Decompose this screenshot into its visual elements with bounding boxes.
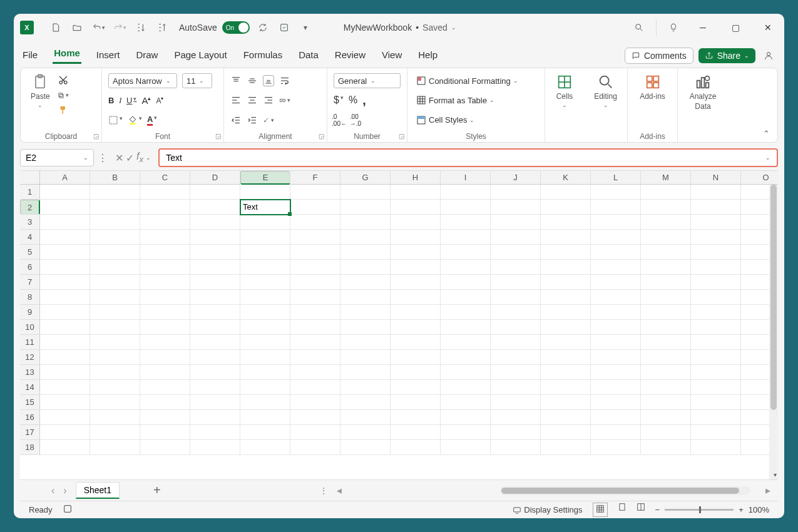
cell[interactable] [691,230,741,245]
cell[interactable] [441,290,491,305]
cell[interactable] [190,185,240,200]
refresh-icon[interactable] [255,19,271,36]
cell[interactable] [40,350,90,365]
cell[interactable] [190,335,240,350]
cell[interactable] [190,305,240,320]
cell[interactable] [441,200,491,215]
normal-view-icon[interactable] [593,503,608,517]
cell[interactable] [240,245,290,260]
cell[interactable] [140,365,190,380]
cell[interactable] [90,185,140,200]
cell[interactable] [40,215,90,230]
cell[interactable] [140,350,190,365]
cell[interactable] [541,215,591,230]
cells-button[interactable]: Cells⌄ [551,72,578,110]
tab-review[interactable]: Review [334,46,367,64]
format-as-table-button[interactable]: Format as Table⌄ [414,91,538,109]
cell[interactable] [591,185,641,200]
cell[interactable] [340,335,391,350]
cell[interactable] [90,335,140,350]
cell[interactable] [340,380,391,395]
cell[interactable] [491,245,541,260]
cell[interactable] [691,260,741,275]
align-middle-icon[interactable] [247,75,258,86]
cell[interactable] [491,365,541,380]
cell[interactable] [240,410,290,425]
cell[interactable] [90,395,140,410]
cell[interactable] [541,230,591,245]
cell[interactable] [90,275,140,290]
zoom-out-icon[interactable]: − [655,505,660,514]
cell[interactable] [591,230,641,245]
cell[interactable] [391,245,441,260]
cell[interactable] [591,290,641,305]
paste-button[interactable]: Paste ⌄ [27,72,54,122]
font-launcher-icon[interactable]: ◲ [215,133,221,140]
cell[interactable] [641,380,691,395]
cell[interactable] [541,290,591,305]
cell[interactable] [591,275,641,290]
cell[interactable] [691,395,741,410]
cell[interactable] [340,275,391,290]
cell[interactable] [340,200,391,215]
cell[interactable] [240,350,290,365]
cell[interactable] [541,260,591,275]
font-size-select[interactable]: 11⌄ [182,73,212,88]
cell[interactable] [290,320,340,335]
cell[interactable] [441,215,491,230]
row-header[interactable]: 6 [20,260,40,275]
cell[interactable] [40,335,90,350]
cell[interactable] [290,410,340,425]
cell[interactable] [591,335,641,350]
cell[interactable] [391,230,441,245]
tab-page-layout[interactable]: Page Layout [173,46,228,64]
cell[interactable] [641,410,691,425]
autosave-toggle[interactable]: AutoSave On [179,21,250,34]
cell[interactable] [441,440,491,455]
cell[interactable] [491,305,541,320]
sheet-prev-icon[interactable]: ‹ [51,485,54,496]
cell[interactable] [190,260,240,275]
cell[interactable] [441,410,491,425]
row-header[interactable]: 1 [20,185,40,200]
open-file-icon[interactable] [69,19,85,36]
cell[interactable] [40,230,90,245]
cell[interactable] [290,230,340,245]
spreadsheet-grid[interactable]: ABCDEFGHIJKLMNO12Text3456789101112131415… [20,170,778,479]
cell[interactable] [140,275,190,290]
cell[interactable] [491,230,541,245]
cell[interactable] [190,245,240,260]
cell[interactable] [441,275,491,290]
cell[interactable] [441,350,491,365]
align-left-icon[interactable] [230,95,242,106]
cell[interactable] [641,260,691,275]
column-header[interactable]: D [190,171,240,185]
cell[interactable] [691,350,741,365]
column-header[interactable]: B [90,171,140,185]
cell[interactable] [491,335,541,350]
cell[interactable] [140,395,190,410]
cancel-formula-icon[interactable]: ✕ [115,152,123,164]
cell[interactable] [441,425,491,440]
cell[interactable] [190,230,240,245]
cell[interactable] [40,440,90,455]
cell[interactable] [541,245,591,260]
cell[interactable] [40,425,90,440]
zoom-in-icon[interactable]: + [739,505,744,514]
cell[interactable] [290,395,340,410]
align-right-icon[interactable] [263,95,274,106]
cell[interactable] [190,395,240,410]
cell[interactable] [240,215,290,230]
cell[interactable] [641,320,691,335]
vertical-scrollbar[interactable]: ▴ ▾ [769,185,778,479]
increase-decimal-icon[interactable]: .0.00← [334,115,345,126]
bold-button[interactable]: B [108,96,114,105]
column-header[interactable]: E [240,171,290,185]
cell[interactable] [691,275,741,290]
cell[interactable] [441,185,491,200]
cell[interactable] [391,410,441,425]
cell[interactable] [641,230,691,245]
cell[interactable] [140,320,190,335]
tab-help[interactable]: Help [417,46,439,64]
sheet-next-icon[interactable]: › [63,485,66,496]
